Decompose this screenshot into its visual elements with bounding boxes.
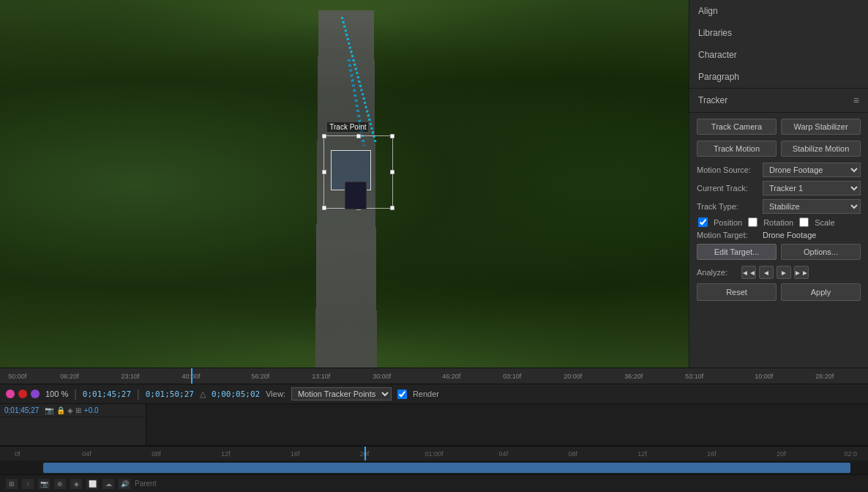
ruler-0f: 0f: [15, 450, 20, 458]
paragraph-section[interactable]: Paragraph: [689, 66, 868, 88]
align-label: Align: [698, 6, 718, 16]
track-point-label: Track Point: [327, 122, 368, 132]
tc-mark-8: 46:20f: [442, 373, 460, 380]
handle-top-right[interactable]: [390, 134, 394, 138]
tracker-title: Tracker: [698, 95, 727, 105]
character-label: Character: [698, 50, 737, 60]
tc-mark-1: 50:00f: [8, 373, 26, 380]
timeline-area: 50:00f 06:20f 23:10f 40:00f 56:20f 13:10…: [0, 368, 868, 492]
track-camera-button[interactable]: Track Camera: [697, 119, 777, 135]
layers-btn[interactable]: ⊕: [54, 479, 66, 489]
analyze-play-button[interactable]: ►: [777, 266, 791, 279]
action-btn-row: Edit Target... Options...: [697, 244, 861, 260]
libraries-label: Libraries: [698, 28, 732, 38]
tc-mark-5: 56:20f: [251, 373, 269, 380]
comp-mini-btn[interactable]: ⊞: [6, 479, 18, 489]
delta-label: △: [200, 390, 206, 399]
layer-icon-purple[interactable]: [31, 390, 40, 398]
btn-row-2: Track Motion Stabilize Motion: [697, 141, 861, 157]
handle-bottom-left[interactable]: [322, 206, 326, 210]
track-type-select[interactable]: Stabilize: [763, 199, 861, 214]
analyze-label: Analyze:: [697, 268, 737, 277]
timeline-ruler[interactable]: 0f 04f 08f 12f 16f 20f 01:00f 04f 08f 12…: [0, 447, 868, 461]
handle-top-mid[interactable]: [356, 134, 361, 138]
nav-btn[interactable]: ↑: [22, 479, 34, 489]
parent-label: Parent: [135, 480, 156, 488]
rotation-checkbox[interactable]: [748, 217, 757, 227]
current-time-row: 0;01;45;27 📷 🔒 ◈ ⊞ +0.0: [0, 404, 146, 417]
timeline-footage-bar[interactable]: [43, 463, 850, 473]
tracker-menu-icon[interactable]: ≡: [853, 94, 859, 106]
layer-icon-red[interactable]: [18, 390, 27, 398]
scale-checkbox[interactable]: [799, 217, 809, 227]
analyze-forward-button[interactable]: ►►: [794, 266, 809, 279]
position-checkbox[interactable]: [698, 217, 708, 227]
reset-button[interactable]: Reset: [697, 283, 777, 301]
timecode-in-point[interactable]: 0;01;50;27: [146, 390, 194, 399]
position-checkbox-label: Position: [714, 218, 742, 227]
motion-source-select[interactable]: Drone Footage: [763, 163, 861, 177]
track-type-label: Track Type:: [697, 202, 763, 211]
visible-btn[interactable]: ☁: [102, 479, 114, 489]
view-label: View:: [266, 390, 285, 398]
current-track-label: Current Track:: [697, 184, 763, 193]
edit-target-button[interactable]: Edit Target...: [697, 244, 777, 260]
analyze-back-button[interactable]: ◄: [759, 266, 774, 279]
ruler-20f-2: 20f: [777, 450, 786, 458]
character-section[interactable]: Character: [689, 44, 868, 66]
stabilize-motion-button[interactable]: Stabilize Motion: [781, 141, 861, 157]
panel-section-nav: Align Libraries Character Paragraph: [689, 0, 868, 89]
ruler-12f-2: 12f: [637, 450, 647, 458]
scale-checkbox-label: Scale: [815, 218, 835, 227]
timecode-marks: 50:00f 06:20f 23:10f 40:00f 56:20f 13:10…: [0, 368, 868, 384]
tracker-box[interactable]: Track Point: [323, 135, 393, 209]
warp-stabilizer-button[interactable]: Warp Stabilizer: [781, 119, 861, 135]
layer-icon-pink[interactable]: [6, 390, 15, 398]
bottom-timeline: 0f 04f 08f 12f 16f 20f 01:00f 04f 08f 12…: [0, 445, 868, 474]
lock-icons: 🔒 ◈ ⊞: [56, 406, 81, 414]
track-labels: 0;01;45;27 📷 🔒 ◈ ⊞ +0.0: [0, 404, 146, 445]
timecode-duration[interactable]: 0;00;05;02: [212, 390, 260, 399]
track-timeline: [146, 404, 868, 445]
track-type-row: Track Type: Stabilize: [697, 199, 861, 214]
ruler-02min: 02:0: [845, 450, 858, 458]
handle-bottom-right[interactable]: [390, 206, 394, 210]
options-button[interactable]: Options...: [781, 244, 861, 260]
timecode-playhead[interactable]: [191, 368, 192, 384]
checkbox-row: Position Rotation Scale: [697, 217, 861, 227]
tracker-header: Tracker ≡: [689, 89, 868, 113]
motion-source-row: Motion Source: Drone Footage: [697, 163, 861, 177]
motion-source-label: Motion Source:: [697, 165, 763, 174]
tc-mark-13: 10:00f: [755, 373, 773, 380]
audio-btn[interactable]: 🔊: [119, 479, 130, 489]
align-section[interactable]: Align: [689, 0, 868, 22]
timecode-bar[interactable]: 50:00f 06:20f 23:10f 40:00f 56:20f 13:10…: [0, 368, 868, 384]
current-track-select[interactable]: Tracker 1: [763, 181, 861, 195]
render-checkbox[interactable]: [397, 390, 407, 399]
track-motion-button[interactable]: Track Motion: [697, 141, 777, 157]
handle-top-left[interactable]: [322, 134, 326, 138]
camera-btn[interactable]: 📷: [38, 479, 50, 489]
current-time-label: 0;01;45;27: [4, 406, 39, 414]
lock-btn[interactable]: ⬜: [86, 479, 98, 489]
current-track-row: Current Track: Tracker 1: [697, 181, 861, 195]
ruler-08f: 08f: [151, 450, 161, 458]
tc-mark-6: 13:10f: [312, 373, 330, 380]
paragraph-label: Paragraph: [698, 72, 739, 82]
ruler-08f-2: 08f: [568, 450, 577, 458]
view-select[interactable]: Motion Tracker Points: [291, 387, 392, 400]
tc-mark-11: 36:20f: [624, 373, 643, 380]
analyze-rewind-button[interactable]: ◄◄: [741, 266, 756, 279]
analyze-row: Analyze: ◄◄ ◄ ► ►►: [697, 266, 861, 279]
motion-target-row: Motion Target: Drone Footage: [697, 231, 861, 239]
handle-left-mid[interactable]: [322, 170, 326, 174]
ruler-04f-2: 04f: [499, 450, 509, 458]
track-area: 0;01;45;27 📷 🔒 ◈ ⊞ +0.0: [0, 404, 868, 445]
libraries-section[interactable]: Libraries: [689, 22, 868, 44]
solo-btn[interactable]: ◈: [70, 479, 82, 489]
handle-right-mid[interactable]: [390, 170, 394, 174]
bottom-playhead[interactable]: [364, 447, 366, 461]
timecode-current[interactable]: 0;01;45;27: [83, 390, 131, 399]
rotation-checkbox-label: Rotation: [763, 218, 793, 227]
apply-button[interactable]: Apply: [781, 283, 861, 301]
